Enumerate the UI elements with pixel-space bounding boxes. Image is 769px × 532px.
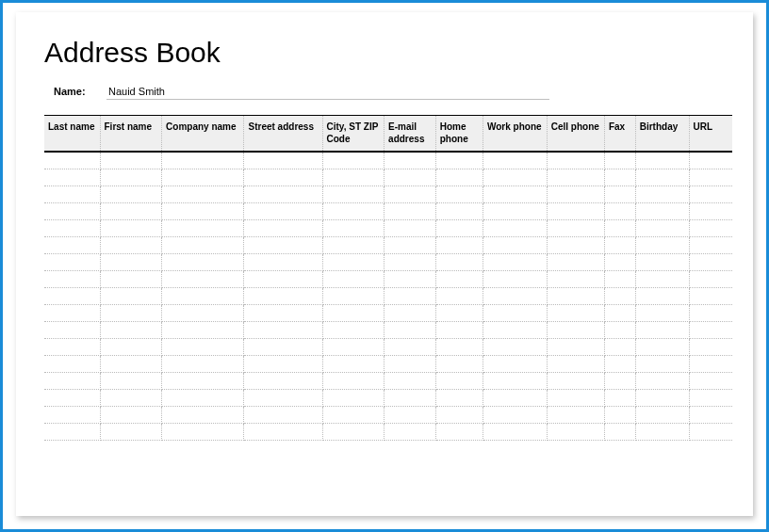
table-cell[interactable] [635, 338, 689, 355]
table-cell[interactable] [384, 321, 436, 338]
table-cell[interactable] [604, 287, 635, 304]
table-cell[interactable] [244, 321, 322, 338]
table-cell[interactable] [635, 304, 689, 321]
table-cell[interactable] [322, 270, 384, 287]
table-cell[interactable] [100, 169, 162, 185]
table-cell[interactable] [384, 338, 436, 355]
table-cell[interactable] [604, 185, 635, 202]
table-cell[interactable] [244, 338, 322, 355]
table-cell[interactable] [689, 423, 732, 440]
table-cell[interactable] [435, 338, 483, 355]
table-cell[interactable] [384, 152, 436, 169]
table-cell[interactable] [384, 169, 436, 185]
table-cell[interactable] [322, 355, 384, 372]
table-cell[interactable] [162, 202, 244, 219]
table-cell[interactable] [322, 287, 384, 304]
table-cell[interactable] [547, 185, 604, 202]
table-cell[interactable] [689, 406, 732, 423]
table-cell[interactable] [100, 219, 162, 236]
table-cell[interactable] [100, 423, 162, 440]
table-cell[interactable] [635, 372, 689, 389]
table-cell[interactable] [384, 253, 436, 270]
table-cell[interactable] [44, 287, 100, 304]
table-cell[interactable] [322, 321, 384, 338]
table-cell[interactable] [604, 270, 635, 287]
table-cell[interactable] [100, 287, 162, 304]
table-cell[interactable] [435, 406, 483, 423]
table-cell[interactable] [162, 423, 244, 440]
table-cell[interactable] [483, 355, 548, 372]
table-cell[interactable] [604, 406, 635, 423]
table-cell[interactable] [44, 321, 100, 338]
table-cell[interactable] [483, 338, 548, 355]
table-cell[interactable] [635, 287, 689, 304]
table-cell[interactable] [689, 338, 732, 355]
table-cell[interactable] [635, 389, 689, 406]
table-cell[interactable] [689, 372, 732, 389]
table-cell[interactable] [483, 236, 548, 253]
table-cell[interactable] [244, 253, 322, 270]
table-cell[interactable] [689, 253, 732, 270]
table-cell[interactable] [244, 152, 322, 169]
table-cell[interactable] [483, 270, 548, 287]
table-cell[interactable] [44, 185, 100, 202]
table-cell[interactable] [44, 202, 100, 219]
table-cell[interactable] [635, 185, 689, 202]
table-cell[interactable] [44, 338, 100, 355]
table-cell[interactable] [689, 304, 732, 321]
table-cell[interactable] [244, 270, 322, 287]
table-cell[interactable] [635, 423, 689, 440]
table-cell[interactable] [635, 219, 689, 236]
table-cell[interactable] [100, 304, 162, 321]
table-cell[interactable] [384, 202, 436, 219]
table-cell[interactable] [635, 321, 689, 338]
table-cell[interactable] [244, 304, 322, 321]
table-cell[interactable] [635, 270, 689, 287]
table-cell[interactable] [483, 169, 548, 185]
table-cell[interactable] [162, 321, 244, 338]
table-cell[interactable] [435, 423, 483, 440]
table-cell[interactable] [547, 423, 604, 440]
table-cell[interactable] [384, 270, 436, 287]
table-cell[interactable] [162, 287, 244, 304]
table-cell[interactable] [244, 372, 322, 389]
table-cell[interactable] [244, 355, 322, 372]
table-cell[interactable] [604, 423, 635, 440]
table-cell[interactable] [322, 389, 384, 406]
table-cell[interactable] [44, 372, 100, 389]
table-cell[interactable] [44, 219, 100, 236]
table-cell[interactable] [162, 372, 244, 389]
table-cell[interactable] [384, 389, 436, 406]
table-cell[interactable] [635, 253, 689, 270]
table-cell[interactable] [162, 152, 244, 169]
table-cell[interactable] [483, 406, 548, 423]
table-cell[interactable] [44, 406, 100, 423]
table-cell[interactable] [547, 372, 604, 389]
table-cell[interactable] [435, 304, 483, 321]
table-cell[interactable] [435, 236, 483, 253]
table-cell[interactable] [162, 406, 244, 423]
table-cell[interactable] [244, 287, 322, 304]
table-cell[interactable] [635, 152, 689, 169]
table-cell[interactable] [483, 423, 548, 440]
table-cell[interactable] [322, 152, 384, 169]
table-cell[interactable] [547, 169, 604, 185]
table-cell[interactable] [244, 423, 322, 440]
table-cell[interactable] [435, 202, 483, 219]
table-cell[interactable] [604, 338, 635, 355]
table-cell[interactable] [689, 287, 732, 304]
table-cell[interactable] [384, 304, 436, 321]
table-cell[interactable] [604, 152, 635, 169]
table-cell[interactable] [44, 304, 100, 321]
table-cell[interactable] [384, 355, 436, 372]
table-cell[interactable] [162, 389, 244, 406]
table-cell[interactable] [635, 406, 689, 423]
table-cell[interactable] [100, 236, 162, 253]
table-cell[interactable] [435, 219, 483, 236]
table-cell[interactable] [100, 253, 162, 270]
table-cell[interactable] [483, 321, 548, 338]
table-cell[interactable] [689, 355, 732, 372]
table-cell[interactable] [322, 219, 384, 236]
table-cell[interactable] [483, 219, 548, 236]
table-cell[interactable] [244, 169, 322, 185]
